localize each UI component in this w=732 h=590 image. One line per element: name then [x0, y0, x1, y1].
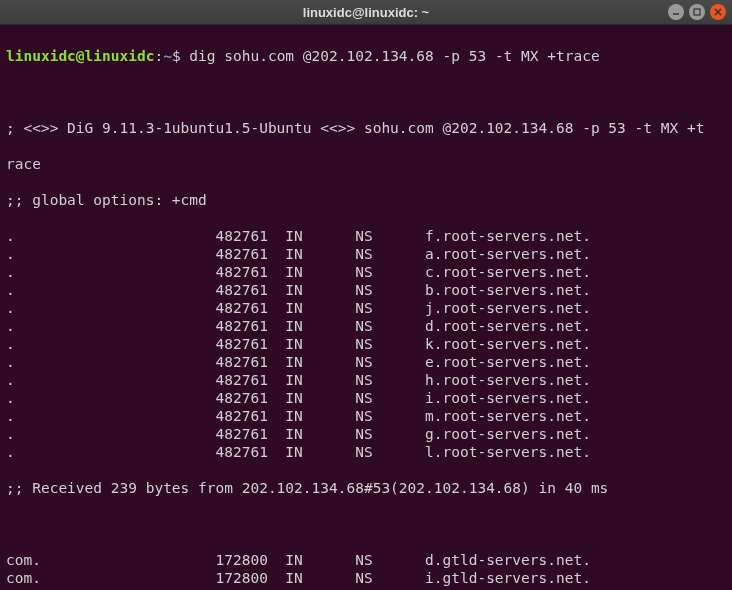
ns-record: com. 172800 IN NS i.gtld-servers.net. — [6, 569, 726, 587]
window-title: linuxidc@linuxidc: ~ — [303, 5, 429, 20]
blank-line — [6, 515, 726, 533]
global-options: ;; global options: +cmd — [6, 191, 726, 209]
ns-record: . 482761 IN NS f.root-servers.net. — [6, 227, 726, 245]
prompt-sep: : — [154, 48, 163, 64]
ns-record: . 482761 IN NS d.root-servers.net. — [6, 317, 726, 335]
ns-record: . 482761 IN NS k.root-servers.net. — [6, 335, 726, 353]
ns-record: . 482761 IN NS g.root-servers.net. — [6, 425, 726, 443]
ns-record: . 482761 IN NS e.root-servers.net. — [6, 353, 726, 371]
com-ns-records: com. 172800 IN NS d.gtld-servers.net.com… — [6, 551, 726, 590]
ns-record: . 482761 IN NS l.root-servers.net. — [6, 443, 726, 461]
ns-record: com. 172800 IN NS d.gtld-servers.net. — [6, 551, 726, 569]
root-ns-records: . 482761 IN NS f.root-servers.net.. 4827… — [6, 227, 726, 461]
ns-record: . 482761 IN NS h.root-servers.net. — [6, 371, 726, 389]
terminal-body[interactable]: linuxidc@linuxidc:~$ dig sohu.com @202.1… — [0, 25, 732, 590]
received-line: ;; Received 239 bytes from 202.102.134.6… — [6, 479, 726, 497]
prompt-user-host: linuxidc@linuxidc — [6, 48, 154, 64]
prompt-line: linuxidc@linuxidc:~$ dig sohu.com @202.1… — [6, 47, 726, 65]
ns-record: . 482761 IN NS a.root-servers.net. — [6, 245, 726, 263]
dig-header-2: race — [6, 155, 726, 173]
prompt-path: ~ — [163, 48, 172, 64]
blank-line — [6, 83, 726, 101]
ns-record: . 482761 IN NS c.root-servers.net. — [6, 263, 726, 281]
close-button[interactable] — [710, 4, 726, 20]
prompt-symbol: $ — [172, 48, 189, 64]
command-text: dig sohu.com @202.102.134.68 -p 53 -t MX… — [189, 48, 599, 64]
window-controls — [668, 4, 726, 20]
ns-record: . 482761 IN NS b.root-servers.net. — [6, 281, 726, 299]
dig-header-1: ; <<>> DiG 9.11.3-1ubuntu1.5-Ubuntu <<>>… — [6, 119, 726, 137]
maximize-button[interactable] — [689, 4, 705, 20]
ns-record: . 482761 IN NS j.root-servers.net. — [6, 299, 726, 317]
svg-rect-1 — [694, 9, 700, 15]
ns-record: . 482761 IN NS i.root-servers.net. — [6, 389, 726, 407]
minimize-button[interactable] — [668, 4, 684, 20]
ns-record: . 482761 IN NS m.root-servers.net. — [6, 407, 726, 425]
titlebar: linuxidc@linuxidc: ~ — [0, 0, 732, 25]
